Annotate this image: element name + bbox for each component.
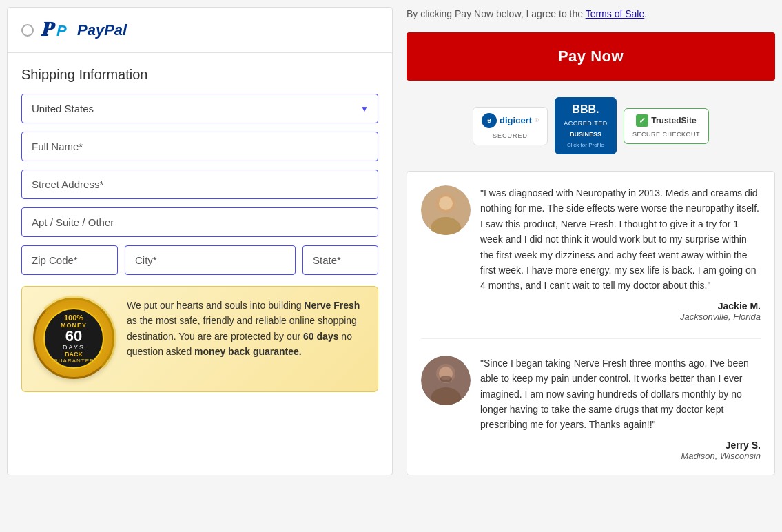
digicert-icon: e — [482, 113, 497, 128]
city-state-zip-group — [21, 245, 378, 275]
bbb-top: BBB. — [572, 103, 599, 116]
city-input[interactable] — [125, 245, 296, 275]
badge-days: 60 — [65, 329, 82, 344]
badge-back: BACK — [65, 351, 83, 358]
terms-prefix: By clicking Pay Now below, I agree to th… — [407, 8, 586, 19]
badge-money: MONEY — [61, 322, 87, 329]
guarantee-section: 100% MONEY 60 DAYS BACK GUARANTEE We put… — [21, 286, 378, 392]
trust-badges: e digicert ® SECURED BBB. ACCREDITED BUS… — [407, 92, 775, 160]
bbb-logo: BBB. — [572, 103, 599, 116]
pay-now-button[interactable]: Pay Now — [407, 32, 775, 81]
country-select[interactable]: United States Canada United Kingdom Aust… — [21, 94, 378, 123]
review-author: Jackie M. Jacksonville, Florida — [480, 300, 761, 322]
digicert-secured: SECURED — [493, 132, 528, 139]
terms-link[interactable]: Terms of Sale — [586, 8, 645, 19]
svg-text:P: P — [56, 22, 67, 39]
guarantee-bold-days: 60 days — [303, 331, 338, 342]
reviewer-name: Jackie M. — [480, 300, 761, 311]
shipping-section: Shipping Information United States Canad… — [8, 53, 392, 406]
paypal-logo: 𝐏 P PayPal — [41, 19, 127, 41]
terms-suffix: . — [644, 8, 647, 19]
svg-point-4 — [439, 196, 453, 210]
paypal-p-icon: 𝐏 — [41, 19, 52, 41]
digicert-registered: ® — [535, 117, 539, 123]
digicert-name: digicert — [500, 115, 532, 125]
reviewer-avatar-man — [421, 356, 471, 405]
trustedsite-top: ✓ TrustedSite — [636, 114, 696, 127]
reviewer-location: Jacksonville, Florida — [480, 311, 761, 322]
review-content: "Since I began taking Nerve Fresh three … — [480, 356, 761, 461]
bbb-click: Click for Profile — [567, 142, 604, 148]
review-item: "Since I began taking Nerve Fresh three … — [421, 356, 761, 461]
full-name-input[interactable] — [21, 132, 378, 161]
terms-text: By clicking Pay Now below, I agree to th… — [407, 7, 775, 21]
guarantee-text: We put our hearts and souls into buildin… — [127, 298, 367, 360]
full-name-group — [21, 132, 378, 161]
badge-guarantee-label: GUARANTEE — [54, 358, 94, 364]
paypal-text: PayPal — [77, 21, 127, 39]
paypal-icon: P — [55, 21, 74, 40]
review-author: Jerry S. Madison, Wisconsin — [480, 440, 761, 461]
trustedsite-checkmark-icon: ✓ — [636, 114, 648, 127]
digicert-top: e digicert ® — [482, 113, 539, 128]
badge-percent: 100% — [64, 314, 83, 322]
review-content: "I was diagnosed with Neuropathy in 2013… — [480, 185, 761, 322]
street-input[interactable] — [21, 170, 378, 199]
review-quote: "Since I began taking Nerve Fresh three … — [480, 356, 761, 433]
avatar-man-svg — [421, 356, 471, 405]
reviewer-location: Madison, Wisconsin — [480, 451, 761, 461]
digicert-badge[interactable]: e digicert ® SECURED — [473, 107, 548, 145]
reviews-section: "I was diagnosed with Neuropathy in 2013… — [407, 171, 775, 475]
zip-input[interactable] — [21, 245, 118, 275]
reviewer-avatar-woman — [421, 185, 471, 235]
bbb-business: BUSINESS — [570, 131, 601, 138]
state-input[interactable] — [302, 245, 378, 275]
apt-group — [21, 207, 378, 237]
review-item: "I was diagnosed with Neuropathy in 2013… — [421, 185, 761, 322]
trustedsite-badge[interactable]: ✓ TrustedSite SECURE CHECKOUT — [624, 108, 709, 144]
bbb-badge[interactable]: BBB. ACCREDITED BUSINESS Click for Profi… — [555, 97, 617, 154]
shipping-title: Shipping Information — [21, 67, 378, 83]
trustedsite-name: TrustedSite — [651, 116, 696, 125]
review-quote: "I was diagnosed with Neuropathy in 2013… — [480, 185, 761, 294]
svg-point-9 — [440, 376, 452, 382]
guarantee-brand: Nerve Fresh — [304, 300, 360, 311]
reviewer-name: Jerry S. — [480, 440, 761, 451]
guarantee-text-part1: We put our hearts and souls into buildin… — [127, 300, 304, 311]
bbb-accredited: ACCREDITED — [564, 120, 608, 127]
country-group: United States Canada United Kingdom Aust… — [21, 94, 378, 123]
apt-input[interactable] — [21, 207, 378, 237]
avatar-woman-svg — [421, 185, 471, 235]
guarantee-bold-money: money back guarantee. — [194, 346, 302, 357]
paypal-radio[interactable] — [21, 24, 34, 37]
paypal-section: 𝐏 P PayPal — [8, 8, 392, 53]
badge-days-label: DAYS — [63, 344, 85, 351]
review-divider — [421, 338, 761, 339]
country-select-wrapper: United States Canada United Kingdom Aust… — [21, 94, 378, 123]
street-group — [21, 170, 378, 199]
guarantee-badge: 100% MONEY 60 DAYS BACK GUARANTEE — [33, 298, 116, 380]
trustedsite-sub: SECURE CHECKOUT — [632, 131, 700, 138]
